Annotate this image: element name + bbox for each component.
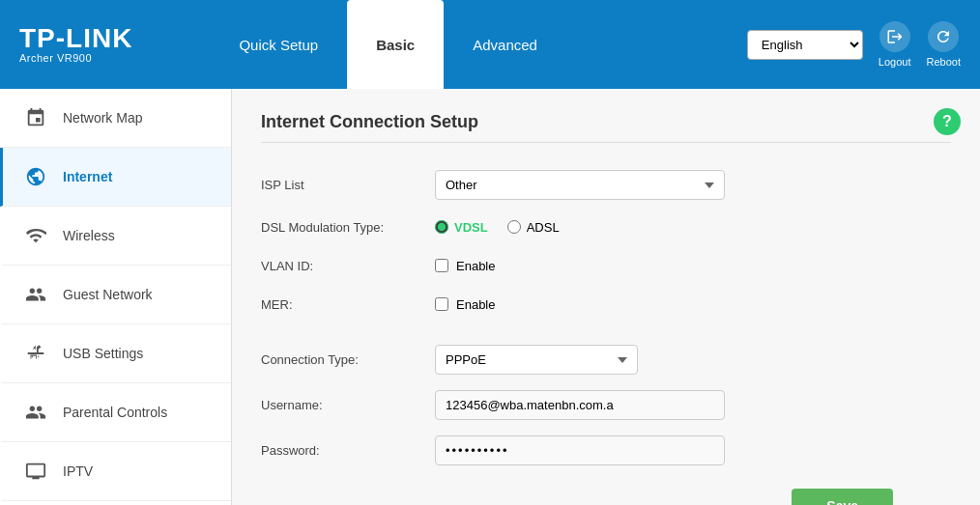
password-row: Password: bbox=[261, 428, 951, 473]
usb-settings-icon bbox=[22, 340, 49, 367]
sidebar-label-guest-network: Guest Network bbox=[63, 287, 153, 302]
reboot-button[interactable]: Reboot bbox=[927, 21, 961, 68]
help-button[interactable]: ? bbox=[934, 108, 961, 135]
brand-name: TP-LINK bbox=[19, 25, 132, 52]
save-row: Save bbox=[261, 489, 951, 505]
sidebar-label-iptv: IPTV bbox=[63, 463, 93, 479]
vlan-control: Enable bbox=[435, 259, 802, 273]
save-button[interactable]: Save bbox=[792, 489, 893, 505]
vlan-enable-text: Enable bbox=[456, 259, 495, 273]
isp-list-control: Other AT&T Verizon Comcast BT Sky bbox=[435, 170, 802, 200]
dsl-control: VDSL ADSL bbox=[435, 220, 802, 235]
connection-type-row: Connection Type: PPPoE Dynamic IP Static… bbox=[261, 337, 951, 382]
header-right: English Chinese German French Logout Reb… bbox=[747, 21, 961, 68]
sidebar-label-usb-settings: USB Settings bbox=[63, 346, 143, 361]
isp-list-select[interactable]: Other AT&T Verizon Comcast BT Sky bbox=[435, 170, 725, 200]
network-map-icon bbox=[22, 104, 49, 131]
logout-icon bbox=[879, 21, 910, 52]
page-title: Internet Connection Setup bbox=[261, 112, 951, 143]
sidebar: Network Map Internet Wireless bbox=[0, 89, 232, 505]
parental-controls-icon bbox=[22, 399, 49, 426]
vdsl-option[interactable]: VDSL bbox=[435, 220, 488, 235]
mer-enable-text: Enable bbox=[456, 297, 495, 312]
vdsl-label: VDSL bbox=[454, 220, 488, 235]
sidebar-item-iptv[interactable]: IPTV bbox=[0, 442, 231, 501]
isp-list-row: ISP List Other AT&T Verizon Comcast BT S… bbox=[261, 162, 951, 208]
vdsl-radio[interactable] bbox=[435, 220, 448, 234]
sidebar-label-network-map: Network Map bbox=[63, 110, 142, 126]
sidebar-label-wireless: Wireless bbox=[63, 228, 115, 243]
sidebar-item-internet[interactable]: Internet bbox=[0, 148, 231, 207]
adsl-option[interactable]: ADSL bbox=[507, 220, 560, 235]
connection-type-label: Connection Type: bbox=[261, 352, 435, 367]
sidebar-label-parental-controls: Parental Controls bbox=[63, 405, 167, 420]
sidebar-item-parental-controls[interactable]: Parental Controls bbox=[0, 383, 231, 442]
dsl-row: DSL Modulation Type: VDSL ADSL bbox=[261, 208, 951, 246]
content-area: Internet Connection Setup ? ISP List Oth… bbox=[232, 89, 980, 505]
password-label: Password: bbox=[261, 443, 435, 458]
tab-quick-setup[interactable]: Quick Setup bbox=[210, 0, 347, 89]
connection-type-select[interactable]: PPPoE Dynamic IP Static IP L2TP PPTP bbox=[435, 345, 638, 375]
tab-advanced[interactable]: Advanced bbox=[444, 0, 566, 89]
sidebar-item-usb-settings[interactable]: USB Settings bbox=[0, 324, 231, 383]
username-row: Username: bbox=[261, 382, 951, 428]
password-control bbox=[435, 435, 802, 465]
username-control bbox=[435, 390, 802, 420]
dsl-label: DSL Modulation Type: bbox=[261, 220, 435, 235]
iptv-icon bbox=[22, 458, 49, 485]
tab-basic[interactable]: Basic bbox=[347, 0, 444, 89]
adsl-label: ADSL bbox=[527, 220, 560, 235]
sidebar-item-guest-network[interactable]: Guest Network bbox=[0, 266, 231, 324]
sidebar-item-wireless[interactable]: Wireless bbox=[0, 207, 231, 266]
username-label: Username: bbox=[261, 398, 435, 412]
wireless-icon bbox=[22, 222, 49, 249]
vlan-checkbox[interactable] bbox=[435, 259, 448, 272]
username-input[interactable] bbox=[435, 390, 725, 420]
mer-checkbox[interactable] bbox=[435, 297, 448, 311]
language-select[interactable]: English Chinese German French bbox=[747, 30, 863, 60]
brand-model: Archer VR900 bbox=[19, 52, 132, 64]
isp-list-label: ISP List bbox=[261, 178, 435, 192]
mer-checkbox-label[interactable]: Enable bbox=[435, 297, 802, 312]
form-separator bbox=[261, 323, 951, 337]
vlan-label: VLAN ID: bbox=[261, 259, 435, 273]
logout-button[interactable]: Logout bbox=[879, 21, 911, 68]
vlan-row: VLAN ID: Enable bbox=[261, 246, 951, 285]
vlan-checkbox-label[interactable]: Enable bbox=[435, 259, 802, 273]
password-input[interactable] bbox=[435, 435, 725, 465]
sidebar-item-network-map[interactable]: Network Map bbox=[0, 89, 231, 148]
nav-tabs: Quick Setup Basic Advanced bbox=[210, 0, 565, 89]
sidebar-label-internet: Internet bbox=[63, 169, 112, 184]
adsl-radio[interactable] bbox=[507, 220, 521, 234]
mer-row: MER: Enable bbox=[261, 285, 951, 323]
connection-type-control: PPPoE Dynamic IP Static IP L2TP PPTP bbox=[435, 345, 802, 375]
header: TP-LINK Archer VR900 Quick Setup Basic A… bbox=[0, 0, 980, 89]
brand-logo: TP-LINK Archer VR900 bbox=[19, 25, 132, 64]
guest-network-icon bbox=[22, 281, 49, 308]
logout-label: Logout bbox=[879, 56, 911, 68]
reboot-label: Reboot bbox=[927, 56, 961, 68]
reboot-icon bbox=[928, 21, 959, 52]
main-layout: Network Map Internet Wireless bbox=[0, 89, 980, 505]
internet-icon bbox=[22, 163, 49, 190]
mer-control: Enable bbox=[435, 297, 802, 312]
mer-label: MER: bbox=[261, 297, 435, 312]
